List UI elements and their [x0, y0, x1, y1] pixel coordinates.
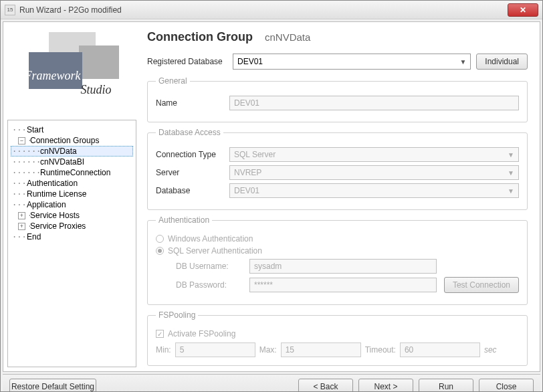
db-password-label: DB Password: [176, 280, 249, 290]
titlebar: 15 Run Wizard - P2Go modified ✕ [1, 1, 542, 19]
conn-type-select: SQL Server▼ [229, 147, 519, 162]
pool-sec-label: sec [484, 345, 497, 355]
chevron-down-icon: ▼ [508, 151, 514, 159]
right-panel: Connection Group cnNVData Registered Dat… [140, 22, 540, 371]
window-title: Run Wizard - P2Go modified [19, 5, 122, 15]
fspooling-group: FSPooling ✓ Activate FSPooling Min: 5 Ma… [147, 310, 528, 366]
tree-expander-icon[interactable]: + [18, 212, 25, 219]
general-legend: General [156, 76, 190, 86]
conn-type-label: Connection Type [156, 150, 229, 159]
pool-timeout-label: Timeout: [365, 345, 396, 355]
tree-item[interactable]: ······RuntimeConnection [11, 167, 133, 178]
windows-auth-radio: Windows Authentication [156, 234, 519, 243]
tree-item[interactable]: ······Application [11, 199, 133, 210]
back-button[interactable]: < Back [298, 379, 353, 393]
chevron-down-icon: ▼ [508, 187, 514, 195]
tree-item[interactable]: ······Start [11, 124, 133, 135]
tree-item[interactable]: ······cnNVData [11, 146, 133, 157]
window-close-button[interactable]: ✕ [508, 3, 538, 17]
general-group: General Name DEV01 [147, 76, 528, 122]
tree-item[interactable]: ······End [11, 231, 133, 242]
name-field: DEV01 [229, 96, 519, 110]
server-select: NVREP▼ [229, 165, 519, 180]
auth-group: Authentication Windows Authentication SQ… [147, 215, 528, 305]
app-icon: 15 [5, 5, 15, 15]
logo-text-1: Framework [25, 69, 81, 83]
tree-item[interactable]: ······Runtime License [11, 189, 133, 199]
tree-item[interactable]: +·Service Hosts [11, 210, 133, 221]
auth-legend: Authentication [156, 215, 212, 225]
close-button[interactable]: Close [479, 379, 534, 393]
tree-item[interactable]: ······cnNVDataBI [11, 157, 133, 167]
pool-max-field: 15 [281, 342, 361, 357]
run-button[interactable]: Run [419, 379, 473, 393]
pool-timeout-field: 60 [400, 342, 480, 357]
db-password-field: ****** [249, 278, 437, 292]
db-username-label: DB Username: [176, 262, 249, 271]
restore-defaults-button[interactable]: Restore Default Setting [9, 379, 96, 393]
registered-db-value: DEV01 [237, 57, 263, 66]
database-label: Database [156, 186, 229, 195]
footer: Restore Default Setting < Back Next > Ru… [3, 374, 540, 392]
database-select: DEV01▼ [229, 183, 519, 198]
content: Framework Studio ······Start−·Connection… [3, 21, 540, 372]
db-access-legend: Database Access [156, 128, 223, 137]
navigation-tree[interactable]: ······Start−·Connection Groups······cnNV… [7, 120, 136, 367]
page-subtitle: cnNVData [265, 31, 310, 43]
sql-auth-radio: SQL Server Authentication [156, 246, 519, 256]
tree-item[interactable]: ······Authentication [11, 178, 133, 189]
registered-db-select[interactable]: DEV01 ▼ [233, 54, 471, 70]
page-title: Connection Group [147, 30, 253, 44]
tree-item[interactable]: +·Service Proxies [11, 221, 133, 231]
tree-expander-icon[interactable]: − [18, 137, 25, 144]
pool-min-field: 5 [175, 342, 255, 357]
chevron-down-icon: ▼ [459, 58, 466, 66]
name-label: Name [156, 98, 229, 108]
registered-db-label: Registered Database [147, 57, 227, 66]
activate-fspooling-checkbox: ✓ Activate FSPooling [156, 329, 519, 338]
server-label: Server [156, 168, 229, 177]
logo: Framework Studio [22, 32, 122, 106]
individual-button[interactable]: Individual [476, 54, 528, 70]
db-username-field: sysadm [249, 259, 437, 274]
left-panel: Framework Studio ······Start−·Connection… [3, 22, 140, 371]
pool-max-label: Max: [259, 345, 277, 355]
page-header: Connection Group cnNVData [147, 30, 528, 44]
chevron-down-icon: ▼ [508, 169, 514, 177]
pool-min-label: Min: [156, 345, 171, 355]
logo-area: Framework Studio [3, 22, 140, 116]
test-connection-button: Test Connection [444, 277, 519, 293]
db-access-group: Database Access Connection Type SQL Serv… [147, 128, 528, 210]
tree-expander-icon[interactable]: + [18, 223, 25, 230]
logo-text-2: Studio [81, 83, 112, 97]
tree-item[interactable]: −·Connection Groups [11, 135, 133, 146]
fspooling-legend: FSPooling [156, 310, 198, 320]
next-button[interactable]: Next > [358, 379, 413, 393]
